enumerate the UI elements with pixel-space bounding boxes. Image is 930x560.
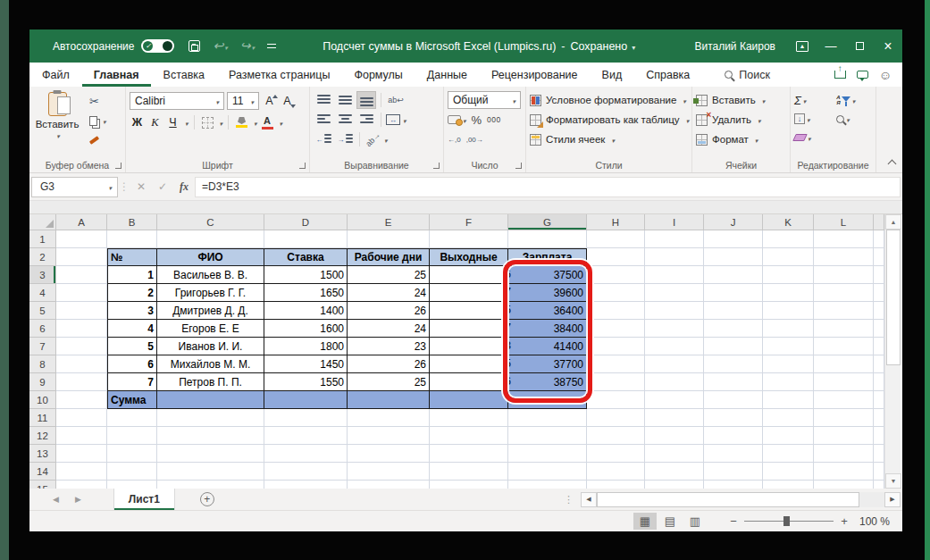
- merge-center-button[interactable]: ↔: [386, 111, 406, 129]
- name-box[interactable]: G3: [31, 177, 118, 197]
- cell-E8[interactable]: 26: [348, 355, 430, 373]
- cell-styles-button[interactable]: Стили ячеек: [530, 130, 688, 149]
- cell-B1[interactable]: [107, 230, 157, 248]
- cell-E5[interactable]: 26: [348, 302, 430, 320]
- cell-G10[interactable]: [508, 391, 587, 409]
- vertical-scroll-thumb[interactable]: [886, 230, 901, 365]
- cell-B12[interactable]: [107, 427, 157, 445]
- cell-C14[interactable]: [157, 463, 264, 481]
- cell-K1[interactable]: [763, 230, 814, 248]
- col-header-A[interactable]: A: [56, 214, 107, 230]
- tab-file[interactable]: Файл: [30, 63, 81, 87]
- cell-L13[interactable]: [814, 445, 874, 463]
- format-cells-button[interactable]: Формат: [696, 130, 786, 149]
- cell-G9[interactable]: 38750: [508, 373, 587, 391]
- cell-E10[interactable]: [348, 391, 430, 409]
- cell-E2[interactable]: Рабочие дни: [348, 248, 430, 266]
- cell-B3[interactable]: 1: [107, 266, 157, 284]
- italic-button[interactable]: К: [147, 114, 163, 131]
- row-header-7[interactable]: 7: [29, 338, 56, 355]
- align-left-button[interactable]: [314, 111, 333, 129]
- cell-L7[interactable]: [814, 338, 874, 355]
- delete-cells-button[interactable]: Удалить: [696, 110, 786, 130]
- number-format-select[interactable]: Общий: [448, 91, 521, 109]
- prev-sheet-button[interactable]: ◀: [53, 495, 59, 504]
- clear-button[interactable]: [794, 130, 827, 146]
- cell-L9[interactable]: [814, 373, 874, 391]
- cell-G14[interactable]: [508, 463, 587, 481]
- cell-I9[interactable]: [645, 373, 704, 391]
- cell-J14[interactable]: [704, 463, 763, 481]
- zoom-in-button[interactable]: +: [836, 514, 852, 528]
- cell-G11[interactable]: [508, 409, 587, 427]
- conditional-formatting-button[interactable]: Условное форматирование: [530, 90, 688, 110]
- cell-F15[interactable]: [430, 481, 508, 489]
- cell-C9[interactable]: Петров П. П.: [157, 373, 264, 391]
- font-color-button[interactable]: А: [260, 114, 275, 131]
- cell-L4[interactable]: [814, 284, 874, 302]
- cell-L2[interactable]: [814, 248, 874, 266]
- cell-A10[interactable]: [56, 391, 107, 409]
- feedback-smiley-icon[interactable]: ☺: [879, 68, 892, 82]
- col-header-I[interactable]: I: [645, 214, 704, 230]
- cell-I10[interactable]: [645, 391, 704, 409]
- cell-H3[interactable]: [587, 266, 645, 284]
- row-header-2[interactable]: 2: [29, 248, 56, 266]
- cell-G4[interactable]: 39600: [508, 284, 587, 302]
- cell-K10[interactable]: [763, 391, 814, 409]
- sort-filter-button[interactable]: АЯ: [836, 92, 872, 108]
- view-page-break-button[interactable]: ▥: [683, 513, 707, 530]
- cell-B5[interactable]: 3: [107, 302, 157, 320]
- cell-D1[interactable]: [264, 230, 348, 248]
- cell-A8[interactable]: [56, 355, 107, 373]
- cell-L14[interactable]: [814, 463, 874, 481]
- row-header-3[interactable]: 3: [29, 266, 56, 284]
- cell-L15[interactable]: [814, 481, 874, 489]
- insert-function-button[interactable]: fx: [173, 180, 195, 194]
- cell-D15[interactable]: [264, 481, 348, 489]
- cell-K9[interactable]: [763, 373, 814, 391]
- cell-C11[interactable]: [157, 409, 264, 427]
- cell-B8[interactable]: 6: [107, 355, 157, 373]
- cell-A5[interactable]: [56, 302, 107, 320]
- cell-I12[interactable]: [645, 427, 704, 445]
- redo-button[interactable]: ↪▾: [240, 39, 255, 53]
- cell-G1[interactable]: [508, 230, 587, 248]
- cell-G2[interactable]: Зарплата: [508, 248, 587, 266]
- cell-H12[interactable]: [587, 427, 645, 445]
- cell-C10[interactable]: [157, 391, 264, 409]
- select-all-corner[interactable]: [29, 214, 56, 230]
- row-header-5[interactable]: 5: [29, 302, 56, 320]
- cell-K12[interactable]: [763, 427, 814, 445]
- cell-I15[interactable]: [645, 481, 704, 489]
- insert-cells-button[interactable]: Вставить: [696, 90, 786, 110]
- cell-G15[interactable]: [508, 481, 587, 489]
- cell-B9[interactable]: 7: [107, 373, 157, 391]
- cell-D6[interactable]: 1600: [264, 320, 348, 338]
- cell-J4[interactable]: [704, 284, 763, 302]
- col-header-D[interactable]: D: [264, 214, 348, 230]
- clipboard-dialog-launcher[interactable]: [115, 163, 121, 169]
- cell-C15[interactable]: [157, 481, 264, 489]
- cell-I13[interactable]: [645, 445, 704, 463]
- cell-C4[interactable]: Григорьев Г. Г.: [157, 284, 264, 302]
- cell-D13[interactable]: [264, 445, 348, 463]
- scroll-left-button[interactable]: ◀: [581, 492, 597, 507]
- cell-J2[interactable]: [704, 248, 763, 266]
- underline-button[interactable]: Ч: [165, 114, 180, 131]
- cell-E7[interactable]: 23: [348, 338, 430, 355]
- decrease-font-button[interactable]: A: [280, 93, 295, 110]
- cell-E11[interactable]: [348, 409, 430, 427]
- horizontal-scroll-track[interactable]: [859, 492, 884, 507]
- row-header-15[interactable]: 15: [29, 481, 56, 489]
- confirm-entry-button[interactable]: ✓: [152, 180, 173, 193]
- tab-page-layout[interactable]: Разметка страницы: [217, 63, 341, 87]
- zoom-slider-handle[interactable]: [783, 516, 790, 526]
- collapse-ribbon-button[interactable]: [888, 160, 897, 169]
- formula-input[interactable]: =D3*E3: [195, 177, 901, 197]
- decrease-indent-button[interactable]: ←: [314, 130, 333, 148]
- tab-insert[interactable]: Вставка: [152, 63, 216, 87]
- row-header-14[interactable]: 14: [29, 463, 56, 481]
- cell-I6[interactable]: [645, 320, 704, 338]
- add-sheet-button[interactable]: +: [200, 492, 214, 506]
